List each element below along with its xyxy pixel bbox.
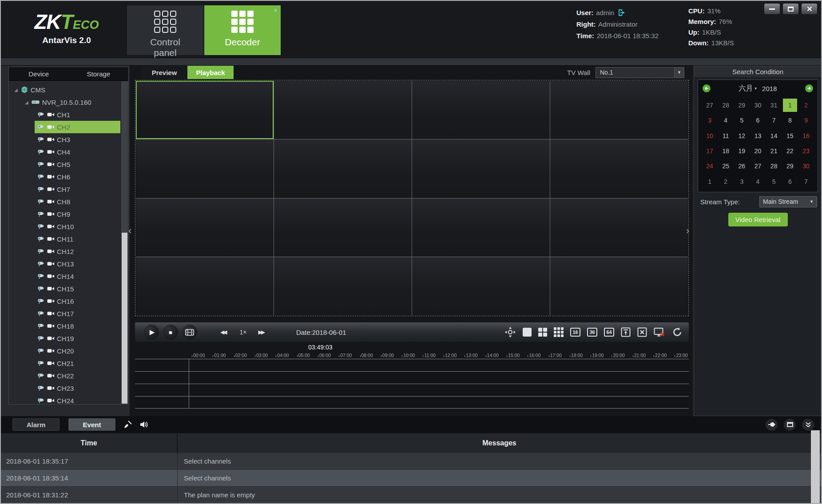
layout-4-icon[interactable]	[538, 328, 547, 337]
calendar-day[interactable]: 27	[702, 98, 718, 113]
tab-alarm[interactable]: Alarm	[12, 418, 60, 431]
video-cell[interactable]	[550, 139, 688, 198]
calendar-day[interactable]: 2	[718, 174, 734, 189]
refresh-icon[interactable]	[672, 327, 683, 337]
calendar-day[interactable]: 30	[798, 159, 814, 174]
pan-icon[interactable]	[504, 326, 516, 338]
video-cell[interactable]	[412, 81, 550, 139]
pin-button[interactable]	[766, 419, 778, 431]
broom-icon[interactable]	[123, 420, 132, 429]
fullscreen-icon[interactable]	[621, 327, 631, 337]
rewind-button[interactable]: ◀◀	[220, 329, 227, 335]
minimize-button[interactable]	[764, 3, 780, 15]
calendar-day[interactable]: 20	[750, 143, 766, 159]
tree-channel-item[interactable]: CH3	[35, 133, 120, 146]
layout-64-button[interactable]: 64	[604, 328, 614, 337]
calendar-day[interactable]: 7	[766, 113, 782, 128]
calendar-day[interactable]: 29	[782, 159, 798, 174]
calendar-day[interactable]: 4	[718, 113, 734, 128]
calendar-day[interactable]: 6	[750, 113, 766, 128]
tvwall-select[interactable]: No.1 ▼	[596, 67, 684, 78]
calendar-day[interactable]: 15	[782, 128, 798, 143]
calendar-day[interactable]: 26	[734, 159, 750, 174]
calendar-day[interactable]: 1	[702, 174, 718, 189]
calendar-day[interactable]: 21	[766, 143, 782, 159]
calendar-day[interactable]: 22	[782, 143, 798, 159]
video-cell[interactable]	[274, 257, 412, 315]
video-cell[interactable]	[412, 257, 550, 315]
stream-type-select[interactable]: Main Stream ▼	[759, 196, 817, 207]
video-cell[interactable]	[136, 198, 274, 257]
tree-channel-item[interactable]: CH7	[35, 183, 120, 195]
tree-channel-item[interactable]: CH14	[35, 270, 120, 282]
expander-icon[interactable]: ◢	[14, 87, 18, 92]
expander-icon[interactable]: ◢	[25, 100, 28, 105]
timeline-ruler[interactable]: 00:0001:0002:0003:0004:0005:0006:0007:00…	[192, 351, 688, 358]
video-retrieval-button[interactable]: Video Retrieval	[728, 213, 788, 226]
layout-9-icon[interactable]	[554, 327, 564, 337]
calendar-day[interactable]: 11	[718, 128, 734, 143]
chevron-down-icon[interactable]: ▼	[674, 67, 684, 78]
calendar-next-icon[interactable]	[805, 84, 813, 92]
calendar-day[interactable]: 6	[782, 174, 798, 189]
tab-storage[interactable]: Storage	[69, 67, 129, 80]
tree-channel-item[interactable]: CH17	[35, 307, 120, 320]
video-cell[interactable]	[274, 139, 412, 198]
calendar-day[interactable]: 25	[718, 159, 734, 174]
video-cell[interactable]	[136, 139, 274, 198]
calendar-day[interactable]: 30	[750, 98, 766, 113]
tree-channel-item[interactable]: CH9	[35, 208, 120, 220]
calendar-day[interactable]: 10	[702, 128, 718, 143]
close-button[interactable]	[801, 3, 818, 15]
event-row[interactable]: 2018-06-01 18:35:17Select channels	[1, 453, 821, 470]
tree-channel-item[interactable]: CH2	[35, 121, 120, 133]
tree-channel-item[interactable]: CH18	[35, 320, 120, 332]
tab-event[interactable]: Event	[68, 418, 115, 431]
calendar-month[interactable]: 六月	[739, 84, 753, 93]
stop-button[interactable]: ■	[163, 325, 178, 340]
calendar-day[interactable]: 28	[766, 159, 782, 174]
tree-scrollbar[interactable]	[121, 81, 128, 404]
calendar-day[interactable]: 19	[734, 143, 750, 159]
collapse-left-icon[interactable]: ‹	[128, 225, 131, 237]
video-cell[interactable]	[136, 257, 274, 315]
video-cell[interactable]	[136, 81, 274, 139]
tree-scrollbar-thumb[interactable]	[122, 233, 127, 404]
collapse-panel-button[interactable]	[802, 419, 814, 431]
calendar-day[interactable]: 7	[798, 174, 814, 189]
tree-channel-item[interactable]: CH10	[35, 220, 120, 233]
event-row[interactable]: 2018-06-01 18:31:22The plan name is empt…	[1, 487, 821, 504]
tree-channel-item[interactable]: CH23	[35, 382, 120, 394]
speaker-icon[interactable]	[139, 421, 148, 429]
calendar-day[interactable]: 17	[702, 143, 718, 159]
video-cell[interactable]	[550, 81, 688, 139]
layout-16-button[interactable]: 16	[570, 328, 580, 337]
tree-channel-item[interactable]: CH6	[35, 171, 120, 183]
calendar-day[interactable]: 23	[798, 143, 814, 159]
calendar-day[interactable]: 13	[750, 128, 766, 143]
calendar-day[interactable]: 12	[734, 128, 750, 143]
tree-channel-item[interactable]: CH20	[35, 345, 120, 357]
collapse-right-icon[interactable]: ›	[686, 225, 689, 237]
calendar-day[interactable]: 24	[702, 159, 718, 174]
tree-channel-item[interactable]: CH22	[35, 369, 120, 382]
video-cell[interactable]	[550, 198, 688, 257]
calendar-day[interactable]: 29	[734, 98, 750, 113]
tree-channel-item[interactable]: CH24	[35, 394, 120, 404]
video-cell[interactable]	[274, 198, 412, 257]
tree-root-cms[interactable]: ◢ CMS	[9, 83, 120, 96]
timeline-track-row[interactable]	[135, 371, 689, 384]
tree-channel-item[interactable]: CH19	[35, 332, 120, 345]
video-cell[interactable]	[550, 257, 688, 315]
tree-channel-item[interactable]: CH13	[35, 258, 120, 270]
calendar-year[interactable]: 2018	[762, 85, 777, 92]
fast-forward-button[interactable]: ▶▶	[258, 329, 265, 335]
calendar-day[interactable]: 14	[766, 128, 782, 143]
maximize-button[interactable]	[782, 3, 799, 15]
calendar-day[interactable]: 1	[783, 99, 797, 112]
calendar-day[interactable]: 4	[750, 174, 766, 189]
timeline-track-row[interactable]	[135, 384, 689, 396]
layout-36-button[interactable]: 36	[587, 328, 597, 337]
tree-channel-item[interactable]: CH21	[35, 357, 120, 369]
logout-icon[interactable]	[618, 9, 625, 16]
